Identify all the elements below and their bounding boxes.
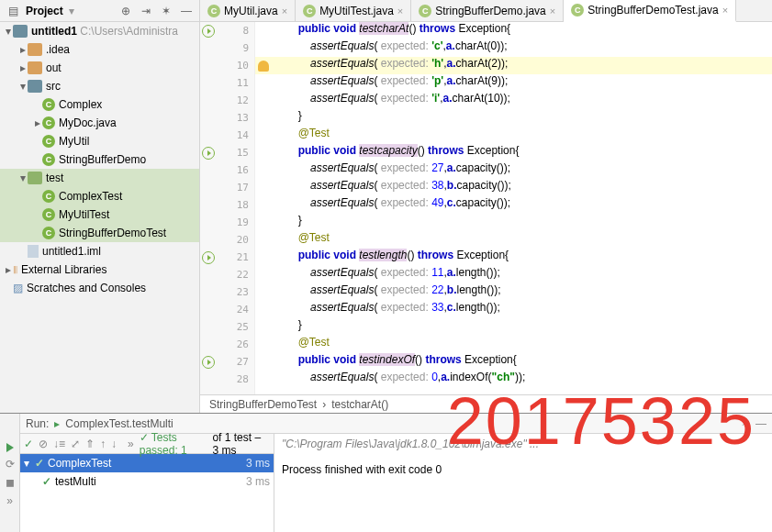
tree-scratch[interactable]: ▨Scratches and Consoles — [0, 279, 199, 297]
tree-sbd[interactable]: CStringBufferDemo — [0, 150, 199, 169]
more-icon[interactable]: » — [6, 494, 13, 507]
code-editor[interactable]: public void testcharAt() throws Exceptio… — [255, 22, 772, 394]
hide-icon[interactable]: — — [179, 4, 194, 18]
tree-myutiltest[interactable]: CMyUtilTest — [0, 205, 199, 224]
tree-myutil[interactable]: CMyUtil — [0, 132, 199, 150]
console-command: "C:\Program Files\Java\jdk1.8.0_102\bin\… — [282, 438, 765, 450]
run-panel: ⟳ ◼ » Run: ▸ ComplexTest.testMulti ✶ — ✓… — [0, 413, 772, 532]
run-left-toolbar: ⟳ ◼ » — [0, 414, 20, 532]
tree-project-root[interactable]: ▾ untitled1 C:\Users\Administra — [0, 22, 199, 40]
test-tree: ✓ ⊘ ↓≡ ⤢ ⇑ ↑ ↓ » ✓ Tests passed: 1 of 1 … — [20, 434, 274, 532]
settings-icon[interactable]: ✶ — [741, 417, 750, 430]
collapse-all-icon[interactable]: ⇑ — [85, 438, 95, 450]
test-toolbar: ✓ ⊘ ↓≡ ⤢ ⇑ ↑ ↓ » ✓ Tests passed: 1 of 1 … — [20, 434, 274, 454]
tree-complex[interactable]: CComplex — [0, 95, 199, 114]
tree-extlib[interactable]: ▸⫴External Libraries — [0, 260, 199, 279]
tab-sbd[interactable]: CStringBufferDemo.java× — [411, 0, 564, 21]
tree-complextest[interactable]: CComplexTest — [0, 187, 199, 205]
editor-area: CMyUtil.java× CMyUtilTest.java× CStringB… — [200, 0, 772, 413]
run-config-name: ComplexTest.testMulti — [65, 417, 173, 430]
close-icon[interactable]: × — [397, 6, 403, 17]
project-title: Project — [26, 5, 63, 17]
run-header: Run: ▸ ComplexTest.testMulti ✶ — — [20, 414, 772, 434]
close-icon[interactable]: × — [722, 5, 728, 16]
tree-src[interactable]: ▾src — [0, 77, 199, 95]
tests-passed-label: ✓ Tests passed: 1 — [140, 431, 207, 457]
project-tree[interactable]: ▾ untitled1 C:\Users\Administra ▸.idea ▸… — [0, 22, 199, 413]
project-icon[interactable]: ▤ — [6, 4, 20, 18]
console-exit: Process finished with exit code 0 — [282, 463, 765, 476]
test-tree-row[interactable]: ✓testMulti3 ms — [20, 472, 274, 491]
project-header: ▤ Project ▾ ⊕ ⇥ ✶ — — [0, 0, 199, 22]
test-tree-row[interactable]: ▾✓ComplexTest3 ms — [20, 454, 274, 472]
tab-myutiltest[interactable]: CMyUtilTest.java× — [296, 0, 411, 21]
collapse-icon[interactable]: ⇥ — [139, 4, 153, 18]
stop-icon[interactable]: ◼ — [6, 476, 15, 489]
tab-sbdtest[interactable]: CStringBufferDemoTest.java× — [564, 0, 736, 22]
tree-mydoc[interactable]: ▸CMyDoc.java — [0, 114, 199, 132]
filter-disabled-icon[interactable]: ⊘ — [39, 438, 48, 450]
sort-icon[interactable]: ↓≡ — [53, 438, 65, 450]
tree-sbdtest[interactable]: CStringBufferDemoTest — [0, 224, 199, 242]
run-button[interactable] — [6, 443, 14, 452]
tree-idea[interactable]: ▸.idea — [0, 40, 199, 59]
next-icon[interactable]: ↓ — [111, 438, 117, 450]
filter-passed-icon[interactable]: ✓ — [24, 438, 33, 450]
tree-test[interactable]: ▾test — [0, 169, 199, 187]
project-sidebar: ▤ Project ▾ ⊕ ⇥ ✶ — ▾ untitled1 C:\Users… — [0, 0, 200, 413]
gutter[interactable]: 8910111213141516171819202122232425262728 — [200, 22, 255, 394]
run-console[interactable]: "C:\Program Files\Java\jdk1.8.0_102\bin\… — [274, 434, 772, 532]
breadcrumb[interactable]: StringBufferDemoTest › testcharAt() — [200, 394, 772, 413]
run-label: Run: — [26, 417, 49, 430]
close-icon[interactable]: × — [282, 6, 287, 17]
minimize-icon[interactable]: — — [755, 417, 766, 430]
gear-icon[interactable]: ✶ — [159, 4, 173, 18]
tree-out[interactable]: ▸out — [0, 59, 199, 77]
run-config-icon: ▸ — [54, 417, 60, 430]
expand-icon[interactable]: ⤢ — [71, 438, 80, 450]
prev-icon[interactable]: ↑ — [100, 438, 106, 450]
tab-myutil[interactable]: CMyUtil.java× — [200, 0, 296, 21]
editor-tabs: CMyUtil.java× CMyUtilTest.java× CStringB… — [200, 0, 772, 22]
target-icon[interactable]: ⊕ — [118, 4, 133, 18]
close-icon[interactable]: × — [550, 6, 555, 17]
tree-iml[interactable]: untitled1.iml — [0, 242, 199, 260]
debug-icon[interactable]: ⟳ — [6, 458, 15, 471]
